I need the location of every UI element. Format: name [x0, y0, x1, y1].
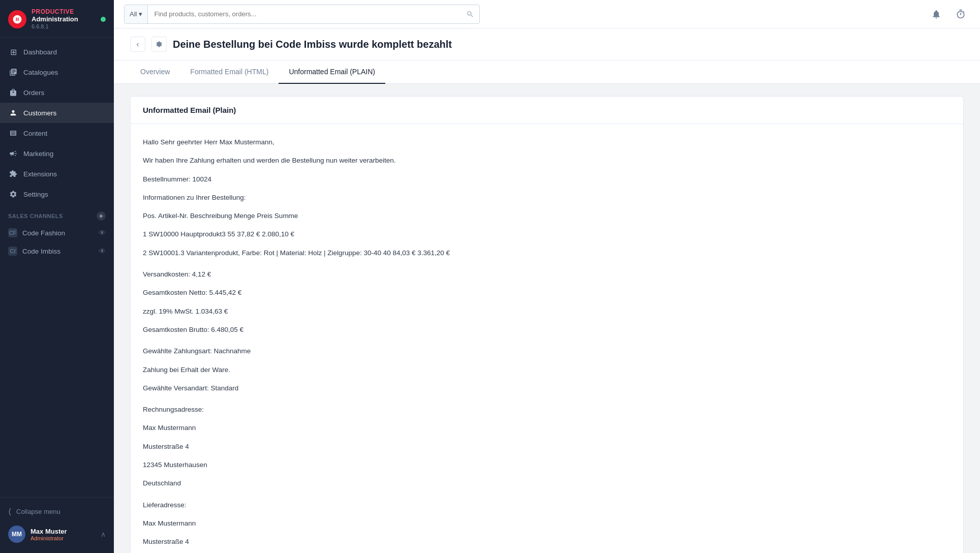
collapse-icon: ⟨ [8, 507, 11, 516]
email-shipping-method: Gewählte Versandart: Standard [143, 382, 951, 394]
channel-icon: CI [8, 247, 17, 256]
sidebar-item-label: Settings [23, 191, 48, 198]
email-billing-label: Rechnungsadresse: [143, 404, 951, 416]
sidebar-item-code-imbiss[interactable]: CI Code Imbiss 👁 [0, 242, 114, 260]
avatar: MM [8, 526, 25, 543]
user-role: Administrator [30, 535, 67, 541]
eye-icon[interactable]: 👁 [99, 229, 106, 237]
email-delivery-name: Max Mustermann [143, 517, 951, 530]
email-delivery-label: Lieferadresse: [143, 499, 951, 511]
sidebar-item-settings[interactable]: Settings [0, 184, 114, 204]
back-button[interactable]: ‹ [130, 37, 145, 52]
sidebar-item-catalogues[interactable]: Catalogues [0, 62, 114, 82]
sidebar: PRODUCTIVE Administration 6.6.8.1 ⊞ Dash… [0, 0, 114, 553]
brand-version: 6.6.8.1 [32, 23, 78, 30]
app-logo [8, 10, 26, 28]
page-content: ‹ Deine Bestellung bei Code Imbiss wurde… [114, 28, 980, 553]
sidebar-item-marketing[interactable]: Marketing [0, 143, 114, 164]
tabs-container: Overview Formatted Email (HTML) Unformat… [114, 60, 980, 84]
sidebar-item-code-fashion[interactable]: CF Code Fashion 👁 [0, 224, 114, 242]
sidebar-item-dashboard[interactable]: ⊞ Dashboard [0, 42, 114, 62]
user-info: Max Muster Administrator [30, 528, 67, 541]
email-total-net: Gesamtkosten Netto: 5.445,42 € [143, 287, 951, 299]
channel-label: Code Fashion [22, 229, 65, 237]
email-billing-name: Max Mustermann [143, 422, 951, 434]
sidebar-nav: ⊞ Dashboard Catalogues Orders Customers [0, 38, 114, 497]
search-container: All ▾ [124, 5, 480, 24]
sidebar-item-orders[interactable]: Orders [0, 82, 114, 103]
sidebar-item-label: Customers [23, 109, 56, 117]
email-container: Unformatted Email (Plain) Hallo Sehr gee… [114, 84, 980, 553]
email-table-header: Pos. Artikel-Nr. Beschreibung Menge Prei… [143, 210, 951, 222]
email-order-info: Informationen zu Ihrer Bestellung: [143, 192, 951, 204]
channel-label: Code Imbiss [22, 248, 60, 255]
email-billing-street: Musterstraße 4 [143, 441, 951, 453]
email-table-row2: 2 SW10001.3 Variantenprodukt, Farbe: Rot… [143, 247, 951, 259]
sidebar-item-extensions[interactable]: Extensions [0, 164, 114, 184]
email-body: Hallo Sehr geehrter Herr Max Mustermann,… [131, 124, 963, 553]
email-shipping-cost: Versandkosten: 4,12 € [143, 268, 951, 281]
brand-productive: PRODUCTIVE [32, 8, 78, 15]
brand-text: PRODUCTIVE Administration 6.6.8.1 [32, 8, 78, 30]
catalogues-icon [8, 67, 18, 77]
email-billing-city: 12345 Musterhausen [143, 459, 951, 471]
email-delivery-street: Musterstraße 4 [143, 536, 951, 548]
email-table-row1: 1 SW10000 Hauptprodukt3 55 37,82 € 2.080… [143, 228, 951, 240]
search-input[interactable] [148, 5, 461, 23]
email-total-gross: Gesamtkosten Brutto: 6.480,05 € [143, 324, 951, 336]
email-line1: Wir haben Ihre Zahlung erhalten und werd… [143, 155, 951, 167]
sidebar-item-content[interactable]: Content [0, 123, 114, 143]
content-icon [8, 128, 18, 138]
brand-admin: Administration [32, 15, 78, 23]
search-submit-button[interactable] [461, 5, 479, 23]
main-content: All ▾ ‹ Deine Bestellung bei Code Imbiss… [114, 0, 980, 553]
sidebar-item-customers[interactable]: Customers [0, 103, 114, 123]
tab-overview[interactable]: Overview [130, 60, 180, 84]
email-order-number: Bestellnummer: 10024 [143, 173, 951, 186]
settings-button[interactable] [151, 37, 167, 52]
email-payment-note: Zahlung bei Erhalt der Ware. [143, 364, 951, 376]
dashboard-icon: ⊞ [8, 47, 18, 57]
add-sales-channel-button[interactable]: + [97, 211, 106, 221]
sidebar-item-label: Orders [23, 89, 44, 97]
settings-icon [8, 189, 18, 199]
search-scope-selector[interactable]: All ▾ [125, 5, 148, 23]
sidebar-item-label: Dashboard [23, 48, 57, 56]
user-profile[interactable]: MM Max Muster Administrator ∧ [8, 520, 106, 548]
status-dot [101, 17, 106, 22]
email-vat: zzgl. 19% MwSt. 1.034,63 € [143, 305, 951, 318]
collapse-label: Collapse menu [16, 508, 60, 515]
email-billing-country: Deutschland [143, 477, 951, 489]
customers-icon [8, 108, 18, 118]
tab-unformatted-email[interactable]: Unformatted Email (PLAIN) [279, 60, 385, 84]
sidebar-item-label: Catalogues [23, 69, 58, 76]
email-greeting: Hallo Sehr geehrter Herr Max Mustermann, [143, 136, 951, 148]
notifications-button[interactable] [927, 5, 945, 23]
email-card-header: Unformatted Email (Plain) [131, 97, 963, 124]
email-card: Unformatted Email (Plain) Hallo Sehr gee… [130, 96, 964, 553]
marketing-icon [8, 148, 18, 159]
timer-button[interactable] [952, 5, 970, 23]
tab-formatted-email[interactable]: Formatted Email (HTML) [180, 60, 279, 84]
sidebar-header: PRODUCTIVE Administration 6.6.8.1 [0, 0, 114, 38]
eye-icon[interactable]: 👁 [99, 247, 106, 255]
sidebar-item-label: Extensions [23, 170, 57, 178]
user-name: Max Muster [30, 528, 67, 535]
page-header: ‹ Deine Bestellung bei Code Imbiss wurde… [114, 28, 980, 60]
orders-icon [8, 87, 18, 98]
email-payment-method: Gewählte Zahlungsart: Nachnahme [143, 345, 951, 357]
sidebar-item-label: Content [23, 130, 47, 137]
collapse-menu-button[interactable]: ⟨ Collapse menu [8, 503, 106, 520]
scope-chevron-icon: ▾ [139, 10, 142, 18]
channel-icon: CF [8, 228, 17, 237]
user-chevron-icon: ∧ [101, 530, 106, 538]
extensions-icon [8, 169, 18, 179]
sidebar-footer: ⟨ Collapse menu MM Max Muster Administra… [0, 497, 114, 553]
page-title: Deine Bestellung bei Code Imbiss wurde k… [173, 39, 452, 50]
sidebar-item-label: Marketing [23, 150, 53, 158]
search-scope-label: All [130, 10, 137, 18]
sales-channels-label: Sales Channels + [0, 204, 114, 224]
topbar: All ▾ [114, 0, 980, 28]
